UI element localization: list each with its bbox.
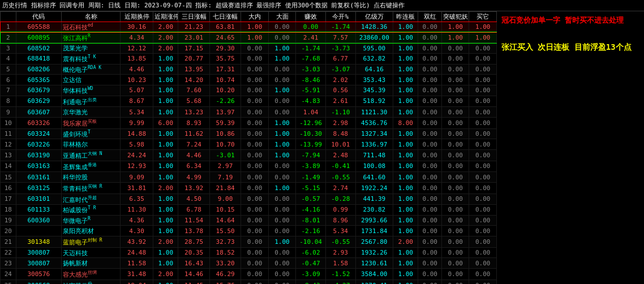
row-name[interactable]: 容大感光丝绸 (62, 269, 121, 280)
table-row[interactable]: 12 603226 菲林格尔 5.98 1.00 7.24 10.70 0.00… (1, 139, 497, 150)
row-name[interactable]: 概伦电子RDA K (62, 64, 121, 75)
row-code[interactable]: 300576 (16, 269, 61, 280)
row-code[interactable]: 605588 (16, 22, 61, 33)
table-row[interactable]: 21 301348 蓝箭电子封制 R 43.92 2.00 28.75 32.7… (1, 236, 497, 248)
row-name[interactable]: 华体科技WD (62, 85, 121, 96)
row-code[interactable]: 600895 (16, 32, 61, 43)
col-header-break[interactable]: 突破犯妖 (441, 12, 469, 22)
row-name[interactable]: 科华控股 (62, 172, 121, 183)
row-name[interactable]: 常青科技买钢 R (62, 182, 121, 193)
row-price: 4.36 (120, 215, 153, 226)
row-code[interactable]: 603101 (16, 193, 61, 205)
table-row[interactable]: 5 608206 概伦电子RDA K 4.46 1.00 13.95 17.31… (1, 64, 497, 75)
row-dbl: 0.00 (418, 226, 442, 236)
row-code[interactable]: 603324 (16, 128, 61, 139)
row-name[interactable]: 京华激光 (62, 107, 121, 118)
row-name[interactable]: 盛剑环境T (62, 128, 121, 139)
table-row[interactable]: 17 603101 汇嘉时代升超 6.35 1.00 4.50 9.00 0.0… (1, 193, 497, 205)
row-name[interactable]: 利通电子出类 (62, 96, 121, 107)
table-row[interactable]: 4 688418 震有科技T K 13.85 1.00 20.77 35.75 … (1, 53, 497, 64)
row-name[interactable]: 菲林格尔 (62, 139, 121, 150)
row-code[interactable]: 608502 (16, 43, 61, 54)
table-row[interactable]: 2 600895 张江高科R 4.34 2.00 23.01 24.65 1.0… (1, 32, 497, 43)
row-name[interactable]: 柏诚股份T R (62, 205, 121, 216)
col-header-buy[interactable]: 买它 (469, 12, 497, 22)
col-header-price[interactable]: 近期换停 (120, 12, 153, 22)
col-header-name[interactable]: 名称 (62, 12, 121, 22)
table-row[interactable]: 10 603326 我乐家居买板 9.99 6.00 8.93 59.39 0.… (1, 117, 497, 128)
row-code[interactable]: 605365 (16, 75, 61, 85)
row-code[interactable]: 688418 (16, 53, 61, 64)
row-code[interactable]: 603679 (16, 85, 61, 96)
col-header-val[interactable]: 亿级万 (355, 12, 393, 22)
table-row[interactable]: 14 603163 圣辉集成香港 12.93 1.00 6.34 2.97 0.… (1, 161, 497, 172)
row-name[interactable]: 天迈科技 (62, 247, 121, 258)
row-name[interactable]: 冠石科技ed (62, 22, 121, 33)
table-row[interactable]: 16 603125 常青科技买钢 R 31.81 2.00 13.92 21.8… (1, 182, 497, 193)
table-row[interactable]: 23 300807 扬帆新材 11.58 1.00 16.43 33.20 0.… (1, 258, 497, 269)
col-header-conn[interactable]: 昨连板 (393, 12, 418, 22)
table-row[interactable]: 8 603629 利通电子出类 8.67 1.00 5.68 -2.26 0.0… (1, 96, 497, 107)
col-header-face[interactable]: 大面 (268, 12, 295, 22)
row-name[interactable]: 华微电子R (62, 215, 121, 226)
table-row[interactable]: 18 601133 柏诚股份T R 11.30 1.00 6.78 10.15 … (1, 205, 497, 216)
row-code[interactable] (16, 226, 61, 236)
table-row[interactable]: 20 泉阳亮积材 4.30 1.00 13.78 15.50 0.00 0.00… (1, 226, 497, 236)
table-row[interactable]: 15 603161 科华控股 9.09 1.00 4.99 7.19 0.00 … (1, 172, 497, 183)
row-code[interactable]: 300807 (16, 258, 61, 269)
col-header-p3[interactable]: 三日涨幅 (178, 12, 209, 22)
row-name[interactable]: 蓝箭电子封制 R (62, 236, 121, 248)
row-code[interactable]: 300807 (16, 247, 61, 258)
row-break: 0.00 (441, 53, 469, 64)
col-header-eff[interactable]: 赚效 (296, 12, 326, 22)
row-code[interactable]: 300568 (16, 279, 61, 284)
col-header-code[interactable]: 代码 (16, 12, 61, 22)
row-break: 0.00 (441, 269, 469, 280)
table-row[interactable]: 22 300807 天迈科技 24.48 1.00 20.35 18.52 0.… (1, 247, 497, 258)
table-row[interactable]: 9 603607 京华激光 5.34 1.00 13.23 13.97 0.00… (1, 107, 497, 118)
col-header-big[interactable]: 大内 (241, 12, 268, 22)
row-name[interactable]: 我乐家居买板 (62, 117, 121, 128)
row-code[interactable]: 603607 (16, 107, 61, 118)
row-conn: 1.00 (393, 128, 418, 139)
row-name[interactable]: 神宇股份份 (62, 279, 121, 284)
col-header-today[interactable]: 今开% (325, 12, 355, 22)
row-name[interactable]: 圣辉集成香港 (62, 161, 121, 172)
row-code[interactable]: 301348 (16, 236, 61, 248)
row-code[interactable]: 603629 (16, 96, 61, 107)
table-row[interactable]: 25 300568 神宇股份份 19.04 1.00 11.45 15.76 0… (1, 279, 497, 284)
row-code[interactable]: 603125 (16, 182, 61, 193)
row-break: 0.00 (441, 96, 469, 107)
row-price: 24.24 (120, 149, 153, 161)
row-code[interactable]: 603161 (16, 172, 61, 183)
table-row[interactable]: 6 605365 立达信 10.23 1.00 14.20 10.74 0.00… (1, 75, 497, 85)
table-row[interactable]: 3 608502 茂莱光学 12.12 2.00 17.15 29.30 0.0… (1, 43, 497, 54)
table-row[interactable]: 24 300576 容大感光丝绸 31.48 2.00 14.46 46.29 … (1, 269, 497, 280)
row-face: 0.00 (268, 107, 295, 118)
row-code[interactable]: 603226 (16, 139, 61, 150)
row-name[interactable]: 泉阳亮积材 (62, 226, 121, 236)
col-header-dbl[interactable]: 双红 (418, 12, 442, 22)
row-p3: 5.68 (178, 96, 209, 107)
row-code[interactable]: 603326 (16, 117, 61, 128)
table-row[interactable]: 1 605588 冠石科技ed 30.16 2.00 21.23 63.81 1… (1, 22, 497, 33)
row-name[interactable]: 茂莱光学 (62, 43, 121, 54)
table-row[interactable]: 7 603679 华体科技WD 5.07 1.00 7.60 10.20 0.0… (1, 85, 497, 96)
row-code[interactable]: 603163 (16, 161, 61, 172)
row-name[interactable]: 张江高科R (62, 32, 121, 43)
row-name[interactable]: 亚通精工大钢 N (62, 149, 121, 161)
table-row[interactable]: 13 603190 亚通精工大钢 N 24.24 1.00 4.46 -3.01… (1, 149, 497, 161)
row-eff: 1.04 (296, 107, 326, 118)
row-code[interactable]: 603190 (16, 149, 61, 161)
row-name[interactable]: 汇嘉时代升超 (62, 193, 121, 205)
col-header-near[interactable]: 近期涨停 (153, 12, 178, 22)
col-header-p7[interactable]: 七日涨幅 (209, 12, 241, 22)
table-row[interactable]: 11 603324 盛剑环境T 14.88 1.00 11.62 10.86 0… (1, 128, 497, 139)
row-name[interactable]: 震有科技T K (62, 53, 121, 64)
row-code[interactable]: 600360 (16, 215, 61, 226)
table-row[interactable]: 19 600360 华微电子R 4.36 1.00 11.54 14.64 0.… (1, 215, 497, 226)
row-name[interactable]: 扬帆新材 (62, 258, 121, 269)
row-code[interactable]: 601133 (16, 205, 61, 216)
row-name[interactable]: 立达信 (62, 75, 121, 85)
row-code[interactable]: 608206 (16, 64, 61, 75)
